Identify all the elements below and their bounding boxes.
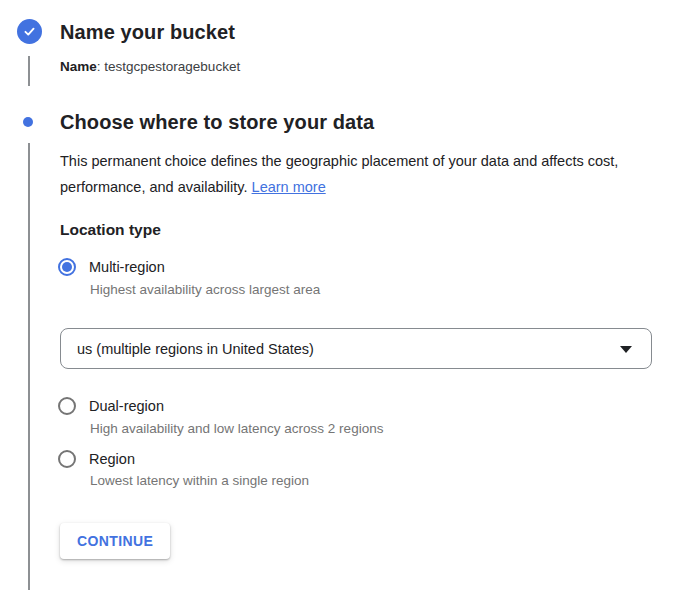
radio-unselected-icon[interactable] (58, 397, 76, 415)
radio-option-description: Highest availability across largest area (90, 282, 320, 297)
caret-down-icon (620, 346, 632, 353)
bucket-name-summary: Name: testgcpestoragebucket (60, 59, 240, 74)
bucket-name-value: testgcpestoragebucket (104, 59, 240, 74)
radio-option-dual-region[interactable]: Dual-region (58, 397, 164, 415)
continue-button[interactable]: CONTINUE (60, 523, 170, 559)
step1-check-circle-icon[interactable] (17, 19, 42, 44)
bucket-name-label: Name (60, 59, 97, 74)
create-bucket-wizard: Name your bucket Name: testgcpestoragebu… (0, 0, 679, 590)
step2-description: This permanent choice defines the geogra… (60, 148, 620, 200)
radio-option-description: Lowest latency within a single region (90, 473, 309, 488)
step2-active-dot-icon (23, 117, 33, 127)
radio-unselected-icon[interactable] (58, 450, 76, 468)
stepper-connector (28, 143, 30, 590)
radio-option-label: Dual-region (89, 398, 164, 414)
region-select-value: us (multiple regions in United States) (77, 341, 314, 357)
radio-option-label: Multi-region (89, 259, 165, 275)
step2-title[interactable]: Choose where to store your data (60, 111, 374, 134)
location-type-heading: Location type (60, 221, 161, 239)
radio-option-multi-region[interactable]: Multi-region (58, 258, 165, 276)
radio-option-description: High availability and low latency across… (90, 421, 383, 436)
stepper-connector (28, 56, 30, 86)
step1-title[interactable]: Name your bucket (60, 21, 235, 44)
radio-selected-icon[interactable] (58, 258, 76, 276)
check-icon (22, 24, 37, 39)
learn-more-link[interactable]: Learn more (252, 179, 326, 195)
region-select[interactable]: us (multiple regions in United States) (60, 328, 652, 369)
radio-option-label: Region (89, 451, 135, 467)
radio-option-region[interactable]: Region (58, 450, 135, 468)
